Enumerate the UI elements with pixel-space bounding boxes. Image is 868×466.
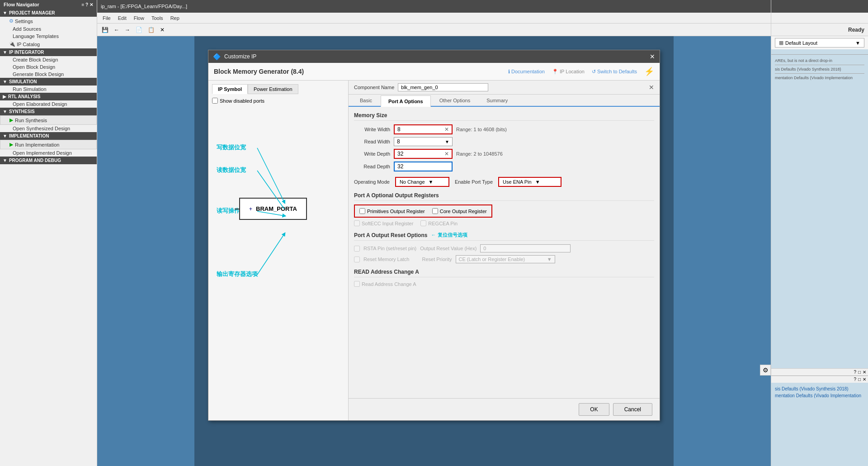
flow-nav-controls: ≡ ? ✕ [82,2,94,7]
output-registers-group: Primitives Output Register Core Output R… [354,204,492,218]
dialog-close-button[interactable]: ✕ [650,53,655,60]
read-width-dropdown[interactable]: 8 ▼ [394,137,453,146]
write-width-label: Write Width [354,127,390,132]
write-depth-range: Range: 2 to 1048576 [456,151,503,157]
config-panel-close[interactable]: ✕ [649,84,654,91]
tab-ip-symbol[interactable]: IP Symbol [212,84,248,94]
output-reset-label: Output Reset Value (Hex) [420,246,476,251]
delete-button[interactable]: ✕ [158,25,167,34]
layout-selector[interactable]: ▦ Default Layout ▼ [775,38,864,48]
documentation-link[interactable]: ℹ Documentation [508,69,545,75]
read-depth-field[interactable]: 32 [394,162,453,171]
settings-link-2[interactable]: mentation Defaults (Vivado Implementatio… [775,393,864,398]
menu-flow[interactable]: Flow [130,14,148,22]
tab-port-a-options[interactable]: Port A Options [381,95,431,107]
right-msg-2: mentation Defaults (Vivado Implementatio… [775,76,864,80]
sidebar-item-add-sources[interactable]: Add Sources [0,25,97,33]
operating-mode-arrow: ▼ [429,179,434,185]
cancel-button[interactable]: Cancel [613,403,652,416]
sidebar-item-run-synthesis[interactable]: ▶ Run Synthesis [0,115,97,125]
section-synthesis[interactable]: ▼ SYNTHESIS [0,108,97,115]
write-depth-field[interactable]: 32 ✕ [394,149,453,159]
write-width-clear[interactable]: ✕ [444,126,449,133]
sidebar-item-open-elaborated[interactable]: Open Elaborated Design [0,100,97,108]
component-name-input[interactable] [398,83,488,91]
open-implemented-label: Open Implemented Design [13,150,72,156]
settings-gear-button[interactable]: ⚙ [760,365,771,376]
tab-basic[interactable]: Basic [352,95,380,106]
right-lower-panel: ? □ ✕ sis Defaults (Vivado Synthesis 201… [771,376,868,466]
generate-block-label: Generate Block Design [13,71,64,77]
add-sources-label: Add Sources [13,26,41,32]
enable-port-type-dropdown[interactable]: Use ENA Pin ▼ [498,177,561,187]
help-question-icon[interactable]: ? [854,370,856,375]
collapse-arrow-rtl: ▶ [3,94,6,99]
section-project-manager[interactable]: ▼ PROJECT MANAGER [0,9,97,17]
soft-ecc-checkbox [354,220,360,226]
sidebar-item-run-implementation[interactable]: ▶ Run Implementation [0,140,97,149]
menu-tools[interactable]: Tools [148,14,167,22]
lower-question-icon[interactable]: ? [854,377,856,382]
show-disabled-ports-checkbox[interactable] [212,98,218,104]
switch-to-defaults-link[interactable]: ↺ Switch to Defaults [592,69,637,75]
section-rtl-analysis[interactable]: ▶ RTL ANALYSIS [0,93,97,100]
write-width-field[interactable]: 8 ✕ [394,124,453,134]
section-program-debug[interactable]: ▼ PROGRAM AND DEBUG [0,157,97,164]
right-close-icon[interactable]: ✕ [863,370,866,375]
section-ip-integrator[interactable]: ▼ IP INTEGRATOR [0,48,97,56]
right-menu-bar [771,13,868,24]
lower-close-icon[interactable]: ✕ [863,377,866,382]
sidebar-item-settings[interactable]: ⚙ Settings [0,17,97,25]
menu-edit[interactable]: Edit [114,14,130,22]
primitives-output-reg-item[interactable]: Primitives Output Register [359,208,425,214]
core-output-reg-checkbox[interactable] [432,208,438,214]
annotation-write-data: 写数据位宽 [217,143,246,152]
reset-priority-value: CE (Latch or Register Enable) [459,257,525,262]
sidebar-item-generate-block[interactable]: Generate Block Design [0,71,97,78]
ok-button[interactable]: OK [579,403,609,416]
back-button[interactable]: ← [112,25,122,34]
enable-port-type-label: Enable Port Type [455,179,493,185]
sidebar-item-open-implemented[interactable]: Open Implemented Design [0,149,97,157]
dialog-subtitle: Block Memory Generator (8.4) [214,68,304,75]
settings-label: Settings [15,19,33,24]
section-simulation[interactable]: ▼ SIMULATION [0,78,97,86]
section-label-prog: PROGRAM AND DEBUG [9,158,61,163]
regcea-item: REGCEA Pin [420,220,458,226]
section-implementation[interactable]: ▼ IMPLEMENTATION [0,132,97,140]
sidebar-item-ip-catalog[interactable]: 🔌 IP Catalog [0,40,97,48]
sidebar-item-run-simulation[interactable]: Run Simulation [0,86,97,93]
tab-other-options[interactable]: Other Options [432,95,478,106]
gear-icon: ⚙ [9,18,14,24]
sidebar-item-language-templates[interactable]: Language Templates [0,33,97,40]
flow-nav-title: Flow Navigator [4,2,39,7]
forward-button[interactable]: → [123,25,132,34]
write-depth-clear[interactable]: ✕ [444,151,449,157]
collapse-arrow-impl: ▼ [3,133,7,138]
menu-file[interactable]: File [99,14,114,22]
collapse-arrow-syn: ▼ [3,109,7,114]
annotation-read-data: 读数据位宽 [217,166,246,174]
operating-mode-dropdown[interactable]: No Change ▼ [395,177,449,187]
tab-summary[interactable]: Summary [479,95,515,106]
lower-maximize-icon[interactable]: □ [858,377,861,382]
core-output-reg-item[interactable]: Core Output Register [432,208,487,214]
settings-link-1[interactable]: sis Defaults (Vivado Synthesis 2018) [775,386,864,391]
sidebar-item-create-block[interactable]: Create Block Design [0,56,97,63]
write-width-row: Write Width 8 ✕ Range: 1 to 4608 (bits) [354,124,654,134]
new-button[interactable]: 📄 [133,25,145,34]
annotation-out-reg: 输出寄存器选项 [217,270,258,278]
primitives-output-reg-checkbox[interactable] [359,208,365,214]
copy-button[interactable]: 📋 [146,25,157,34]
sidebar-item-open-synthesized[interactable]: Open Synthesized Design [0,125,97,132]
sidebar-item-open-block[interactable]: Open Block Design [0,63,97,71]
right-divider-0 [775,65,864,65]
read-addr-label: Read Address Change A [362,281,416,287]
collapse-arrow-sim: ▼ [3,79,7,84]
tab-power-estimation[interactable]: Power Estimation [248,84,298,94]
save-button[interactable]: 💾 [99,25,111,34]
right-maximize-icon[interactable]: □ [858,370,861,375]
ip-location-link[interactable]: 📍 IP Location [552,69,585,75]
toolbar: 💾 ← → 📄 📋 ✕ [97,24,771,36]
menu-rep[interactable]: Rep [167,14,183,22]
